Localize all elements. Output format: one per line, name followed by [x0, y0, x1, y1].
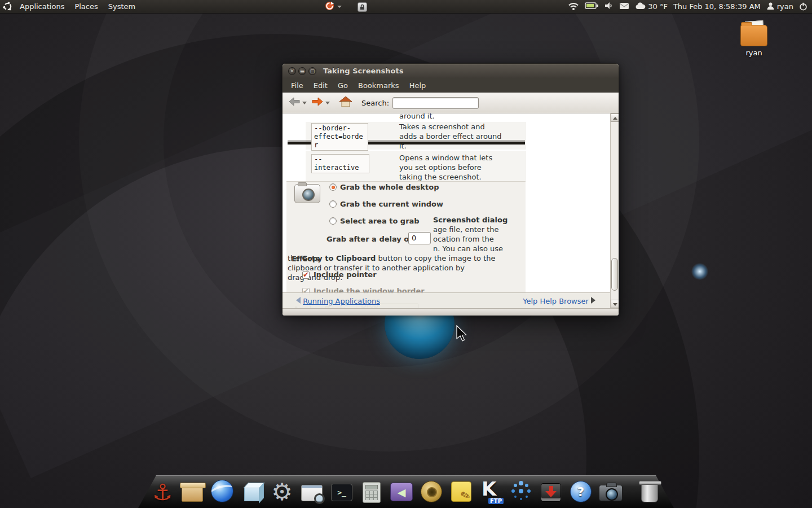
radio-select-area[interactable] — [329, 217, 337, 225]
menu-system[interactable]: System — [103, 0, 140, 13]
option-description: Takes a screenshot and adds a border eff… — [399, 122, 512, 151]
scrollbar-thumb[interactable] — [611, 258, 618, 291]
dock-icon-3d-cube-app[interactable] — [239, 476, 266, 505]
window-bottom-edge — [283, 308, 619, 316]
indicator-caret-icon[interactable] — [337, 6, 342, 8]
weather-indicator[interactable]: 30 °F — [635, 2, 668, 11]
window-toolbar: Search: — [283, 93, 619, 113]
dock-icon-trash[interactable] — [636, 476, 663, 505]
forward-history-caret-icon[interactable] — [325, 102, 330, 104]
overlay-paragraph: the Copy to Clipboard button to copy the… — [288, 254, 508, 262]
dock-icon-kftpgrabber[interactable]: KFTP — [478, 476, 505, 505]
dock-icon-web-browser[interactable] — [209, 476, 236, 505]
dock-icon-camera[interactable] — [597, 476, 624, 505]
desktop-folder-ryan[interactable]: ryan — [738, 25, 770, 57]
maximize-icon[interactable]: ▢ — [308, 67, 316, 75]
globe-icon — [211, 480, 233, 502]
include-pointer-label: Include pointer — [314, 270, 377, 279]
cube-icon — [244, 487, 260, 501]
dock-icon-screenshot-utility[interactable] — [298, 476, 325, 505]
delay-label: Grab after a delay of — [326, 235, 412, 243]
minimize-icon[interactable]: ▬ — [298, 67, 306, 75]
page-nav-bar: Running Applications Yelp Help Browser — [283, 292, 610, 308]
dotted-swirl-icon — [509, 479, 533, 503]
user-name: ryan — [777, 2, 793, 11]
menu-bookmarks[interactable]: Bookmarks — [353, 80, 404, 91]
vertical-scrollbar[interactable] — [610, 113, 619, 308]
power-icon[interactable] — [799, 2, 807, 11]
wifi-icon[interactable] — [568, 2, 579, 12]
window-titlebar[interactable]: ✕ ▬ ▢ Taking Screenshots — [283, 64, 619, 78]
nav-next-arrow-icon — [591, 297, 595, 304]
option-code: --interactive — [311, 154, 369, 173]
cloud-icon — [635, 2, 646, 11]
search-label: Search: — [361, 99, 389, 107]
dock: ⚓ ⚙ >_ ◀ ✎ KFTP ? — [149, 476, 663, 505]
menu-help[interactable]: Help — [404, 80, 431, 91]
scroll-up-icon[interactable] — [611, 113, 619, 122]
wallpaper-glow-dot — [691, 263, 708, 280]
note-icon: ✎ — [451, 481, 471, 502]
mouse-cursor — [456, 325, 467, 342]
option-code: --border-effect=border — [311, 123, 368, 151]
dock-icon-terminal[interactable]: >_ — [328, 476, 355, 505]
back-history-caret-icon[interactable] — [302, 102, 307, 104]
dock-icon-docky-anchor[interactable]: ⚓ — [149, 476, 176, 505]
delay-value-field[interactable]: 0 — [408, 232, 431, 244]
distro-logo-icon[interactable] — [3, 2, 12, 11]
include-pointer-checkbox[interactable] — [302, 271, 310, 279]
menu-file[interactable]: File — [286, 80, 308, 91]
dock-icon-download-manager[interactable] — [537, 476, 564, 505]
download-arrow-icon — [541, 483, 561, 502]
clock[interactable]: Thu Feb 10, 8:58:39 AM — [673, 2, 761, 11]
kftp-icon: KFTP — [479, 479, 504, 505]
volume-icon[interactable] — [604, 2, 614, 11]
clipped-text: around it. — [399, 113, 435, 120]
battery-icon[interactable] — [585, 2, 599, 11]
menu-edit[interactable]: Edit — [308, 80, 333, 91]
nav-next-link[interactable]: Yelp Help Browser — [523, 297, 595, 305]
overlay-text: Screenshot dialog — [433, 216, 508, 224]
keyboard-lock-icon[interactable] — [358, 2, 367, 12]
dock-icon-package-manager[interactable] — [179, 476, 206, 505]
user-menu[interactable]: ryan — [766, 2, 793, 12]
package-box-icon — [182, 486, 203, 502]
nav-previous-link[interactable]: Running Applications — [296, 297, 380, 305]
dock-icon-audio-player[interactable] — [418, 476, 445, 505]
dock-icon-settings[interactable]: ⚙ — [268, 476, 295, 505]
gear-icon: ⚙ — [271, 479, 293, 505]
nav-previous-arrow-icon — [296, 297, 301, 304]
option-description: Opens a window that lets you set options… — [399, 153, 512, 182]
radio-whole-desktop[interactable] — [329, 183, 337, 191]
close-icon[interactable]: ✕ — [288, 67, 296, 75]
dock-icon-gnome-do[interactable] — [508, 476, 535, 505]
menu-go[interactable]: Go — [333, 80, 353, 91]
dock-icon-help-browser[interactable]: ? — [567, 476, 594, 505]
scroll-down-icon[interactable] — [611, 300, 619, 308]
mail-icon[interactable] — [619, 2, 629, 11]
dock-icon-notes[interactable]: ✎ — [448, 476, 475, 505]
question-mark-icon: ? — [570, 481, 592, 502]
trash-icon — [641, 484, 658, 502]
desktop-folder-label: ryan — [738, 49, 770, 57]
radio-whole-desktop-label: Grab the whole desktop — [340, 183, 439, 191]
dock-icon-calculator[interactable] — [358, 476, 385, 505]
weather-temp: 30 °F — [648, 2, 668, 11]
user-icon — [766, 2, 775, 12]
menu-places[interactable]: Places — [69, 0, 103, 13]
overlay-text: ocation from the — [433, 235, 494, 243]
radio-current-window[interactable] — [329, 200, 337, 208]
menu-applications[interactable]: Applications — [15, 0, 69, 13]
window-magnifier-icon — [301, 485, 323, 501]
dock-icon-back-arrow-app[interactable]: ◀ — [388, 476, 415, 505]
notification-swirl-icon[interactable] — [325, 1, 334, 12]
search-input[interactable] — [392, 97, 479, 109]
yelp-help-window: ✕ ▬ ▢ Taking Screenshots File Edit Go Bo… — [282, 63, 619, 315]
back-icon[interactable] — [288, 97, 301, 109]
speaker-icon — [421, 481, 442, 502]
folder-icon — [740, 25, 767, 46]
window-title: Taking Screenshots — [323, 67, 403, 75]
home-icon[interactable] — [339, 96, 352, 110]
help-content: around it. --border-effect=border Takes … — [283, 113, 610, 308]
forward-icon[interactable] — [311, 97, 324, 109]
